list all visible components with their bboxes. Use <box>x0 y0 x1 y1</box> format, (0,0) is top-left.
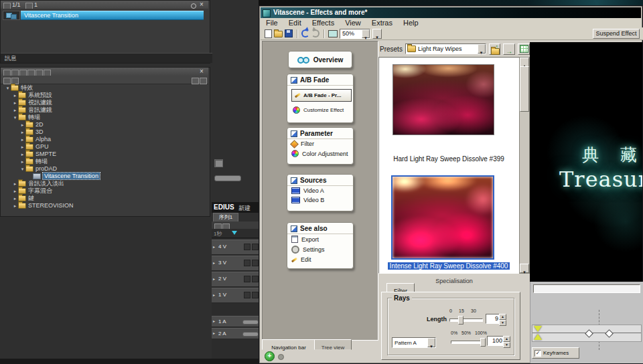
track-expand-icon[interactable]: ▸ <box>213 318 215 323</box>
playhead-icon[interactable] <box>232 231 237 235</box>
preset-caption[interactable]: Hard Light Ray Sweep Dissolve #399 <box>379 155 518 163</box>
color-adjustment-item[interactable]: Color Adjustment <box>287 149 353 159</box>
keyframe-diamond[interactable] <box>585 329 593 338</box>
pattern-combobox[interactable]: Pattern A ▼ <box>392 337 436 348</box>
expand-arrow-icon[interactable]: ▸ <box>19 151 25 158</box>
length-slider-thumb[interactable] <box>458 316 463 325</box>
track-button[interactable] <box>252 292 259 298</box>
pattern-slider-thumb[interactable] <box>480 338 486 347</box>
expand-arrow-icon[interactable]: ▸ <box>19 143 25 151</box>
expand-arrow-icon[interactable]: ▸ <box>19 121 25 128</box>
track-header-audio[interactable]: ▸2 A <box>212 328 261 339</box>
expand-arrow-icon[interactable]: ▸ <box>19 158 25 165</box>
scroll-down-button[interactable]: ▼ <box>520 264 529 273</box>
track-expand-icon[interactable]: ▸ <box>213 331 215 335</box>
ab-fade-preset-button[interactable]: A/B Fade - Pr... <box>291 89 352 102</box>
tree-item[interactable]: ▾特效 <box>1 84 208 92</box>
scroll-pill[interactable] <box>214 175 241 181</box>
track-expand-icon[interactable]: ▸ <box>213 276 215 281</box>
preview-monitor-icon[interactable] <box>328 30 338 37</box>
zoom-combobox[interactable]: 50% ▼ <box>340 29 370 39</box>
track-button[interactable] <box>244 260 251 266</box>
scroll-up-button[interactable]: ▼ <box>520 58 529 67</box>
keyframe-track[interactable] <box>532 325 642 342</box>
video-b-item[interactable]: Video B <box>287 195 353 205</box>
tree-item[interactable]: ▸GPU <box>1 143 208 151</box>
menu-file[interactable]: File <box>261 18 283 27</box>
tree-item[interactable]: ▸鍵 <box>1 195 208 202</box>
folder-up-button[interactable]: ↑ <box>489 43 501 55</box>
new-document-icon[interactable] <box>265 29 272 38</box>
keyframe-ruler[interactable] <box>533 284 640 293</box>
expand-arrow-icon[interactable]: ▸ <box>12 202 18 209</box>
pattern-spinner[interactable]: ▲▼ <box>503 336 510 348</box>
track-button[interactable] <box>252 260 259 266</box>
open-file-icon[interactable] <box>274 31 283 37</box>
effects-view-icon-1[interactable] <box>3 78 11 84</box>
edit-item[interactable]: Edit <box>287 255 353 264</box>
track-expand-icon[interactable]: ▸ <box>213 260 215 265</box>
expand-arrow-icon[interactable]: ▾ <box>12 114 18 121</box>
length-slider[interactable] <box>449 318 483 322</box>
grid-view-button[interactable] <box>518 43 530 55</box>
tree-item[interactable]: ▾proDAD <box>1 165 208 173</box>
track-button[interactable] <box>244 244 251 250</box>
expand-arrow-icon[interactable]: ▾ <box>5 84 11 92</box>
keyframe-diamond[interactable] <box>605 329 614 338</box>
expand-arrow-icon[interactable]: ▾ <box>19 165 25 173</box>
track-header[interactable]: ▸1 V <box>212 288 261 303</box>
export-item[interactable]: Export <box>287 234 353 244</box>
sequence-tab[interactable]: 序列1 <box>213 213 238 222</box>
tree-item[interactable]: ▸轉場 <box>1 158 208 165</box>
preset-thumbnail-selected[interactable] <box>391 175 494 260</box>
in-marker-icon[interactable] <box>534 326 542 332</box>
expand-arrow-icon[interactable]: ▸ <box>19 136 25 143</box>
effects-close-icon[interactable]: × <box>200 68 204 75</box>
pattern-slider[interactable] <box>451 341 484 344</box>
tree-item[interactable]: ▾轉場 <box>1 114 208 121</box>
expand-arrow-icon[interactable]: ▸ <box>12 180 18 187</box>
expand-arrow-icon[interactable]: ▸ <box>19 128 25 136</box>
pattern-dropdown-arrow[interactable]: ▼ <box>427 338 435 347</box>
keyboard-grid-icon[interactable] <box>214 159 223 167</box>
effects-view-icon-4[interactable] <box>200 78 207 84</box>
settings-item[interactable]: Settings <box>287 244 353 255</box>
spin-down-icon[interactable]: ▼ <box>503 342 510 348</box>
apply-preset-button[interactable]: → <box>503 43 515 55</box>
tree-item[interactable]: ▸2D <box>1 121 208 128</box>
zoom-dropdown-arrow[interactable]: ▼ <box>362 29 370 38</box>
track-button[interactable] <box>252 244 259 250</box>
redo-icon[interactable] <box>311 29 319 37</box>
expand-arrow-icon[interactable]: ▸ <box>12 187 18 195</box>
vitascene-titlebar[interactable]: Vitascene - Effects and more* <box>261 7 641 18</box>
effects-view-icon-3[interactable] <box>192 78 199 84</box>
tree-item[interactable]: ▸音訊濾鏡 <box>1 106 208 114</box>
menu-effects[interactable]: Effects <box>307 18 340 27</box>
tree-item[interactable]: ▸3D <box>1 128 208 136</box>
undo-icon[interactable] <box>301 29 309 37</box>
save-icon[interactable] <box>285 29 293 37</box>
spin-up-icon[interactable]: ▲ <box>503 336 510 342</box>
length-spinner[interactable]: ▲▼ <box>499 314 506 326</box>
track-header[interactable]: ▸2 V <box>212 272 261 287</box>
track-button[interactable] <box>244 292 251 298</box>
presets-scrollbar[interactable]: ▼ ▼ <box>519 57 530 274</box>
extra-dropdown-button[interactable]: ▼ <box>372 29 382 39</box>
close-icon[interactable]: × <box>200 1 204 8</box>
audio-fader[interactable] <box>242 320 259 325</box>
timeline-ruler[interactable]: 1秒 <box>212 229 261 238</box>
effect-preview[interactable]: 典 藏 Treasure <box>530 42 642 282</box>
keyframes-toggle-button[interactable]: ✓ Keyframes <box>532 347 579 359</box>
scroll-thumb[interactable] <box>520 66 529 112</box>
menu-help[interactable]: Help <box>398 18 424 27</box>
tree-item-selected[interactable]: Vitascene Transition <box>1 173 208 180</box>
tree-item[interactable]: ▸字幕混合 <box>1 187 208 195</box>
preset-thumbnail[interactable] <box>392 64 494 135</box>
overview-button[interactable]: Overview <box>288 51 352 68</box>
tab-tree-view[interactable]: Tree view <box>314 339 352 350</box>
expand-arrow-icon[interactable]: ▸ <box>12 195 18 202</box>
expand-arrow-icon[interactable]: ▸ <box>12 92 18 99</box>
spin-down-icon[interactable]: ▼ <box>499 320 506 326</box>
track-button[interactable] <box>244 276 251 282</box>
preset-folder-combobox[interactable]: Light Ray Wipes ▼ <box>405 43 486 54</box>
